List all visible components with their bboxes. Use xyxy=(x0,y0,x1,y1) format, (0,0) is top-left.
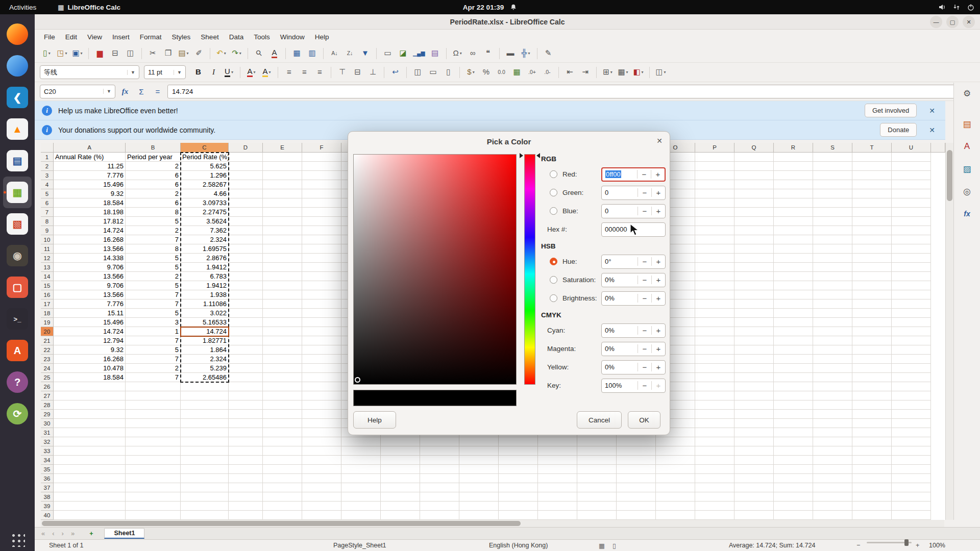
cell-M32[interactable] xyxy=(577,437,617,446)
cell-D29[interactable] xyxy=(229,410,263,419)
cell-R12[interactable] xyxy=(774,254,813,263)
cell-R26[interactable] xyxy=(774,382,813,391)
cell-I40[interactable] xyxy=(420,511,459,520)
cell-Q32[interactable] xyxy=(734,437,774,446)
cell-N33[interactable] xyxy=(617,446,656,456)
cell-Q10[interactable] xyxy=(734,235,774,244)
cell-C29[interactable] xyxy=(181,410,229,419)
zoom-out-button[interactable]: − xyxy=(856,542,860,549)
cell-C4[interactable]: 2.58267 xyxy=(181,180,229,189)
cell-C14[interactable]: 6.783 xyxy=(181,272,229,281)
center-vertically-button[interactable]: ⊟ xyxy=(351,65,364,79)
cell-U31[interactable] xyxy=(892,428,931,437)
cell-U23[interactable] xyxy=(892,355,931,364)
cell-S40[interactable] xyxy=(813,511,852,520)
cyan-decrement-button[interactable]: − xyxy=(638,326,651,335)
green-radio[interactable] xyxy=(550,189,557,196)
cell-R6[interactable] xyxy=(774,198,813,208)
insert-comment-button[interactable]: ❝ xyxy=(481,46,495,60)
selection-stats-label[interactable]: Average: 14.724; Sum: 14.724 xyxy=(729,542,815,549)
cell-F8[interactable] xyxy=(302,217,341,226)
cell-U22[interactable] xyxy=(892,345,931,355)
cell-P26[interactable] xyxy=(695,382,734,391)
cell-O38[interactable] xyxy=(656,492,695,502)
cell-P17[interactable] xyxy=(695,299,734,309)
cell-T19[interactable] xyxy=(852,318,892,327)
cell-T30[interactable] xyxy=(852,419,892,428)
green-field[interactable]: 0−+ xyxy=(601,186,666,200)
cell-A8[interactable]: 17.812 xyxy=(54,217,126,226)
yellow-increment-button[interactable]: + xyxy=(651,363,665,371)
hue-radio[interactable] xyxy=(550,258,557,265)
row-header-13[interactable]: 13 xyxy=(41,263,54,272)
cell-Q27[interactable] xyxy=(734,391,774,400)
cell-P10[interactable] xyxy=(695,235,734,244)
cell-B10[interactable]: 7 xyxy=(126,235,181,244)
cell-B40[interactable] xyxy=(126,511,181,520)
cell-P20[interactable] xyxy=(695,327,734,336)
red-radio[interactable] xyxy=(550,170,557,178)
cell-U2[interactable] xyxy=(892,162,931,171)
cell-A2[interactable]: 11.25 xyxy=(54,162,126,171)
cell-Q12[interactable] xyxy=(734,254,774,263)
sidebar-properties-icon[interactable]: ▤ xyxy=(960,116,975,132)
cell-A40[interactable] xyxy=(54,511,126,520)
cell-F4[interactable] xyxy=(302,180,341,189)
cell-U6[interactable] xyxy=(892,198,931,208)
cancel-button[interactable]: Cancel xyxy=(577,411,622,429)
cell-D30[interactable] xyxy=(229,419,263,428)
print-preview-button[interactable]: ◫ xyxy=(124,46,137,60)
dialog-close-icon[interactable]: ✕ xyxy=(656,137,663,145)
cell-Q40[interactable] xyxy=(734,511,774,520)
cell-J36[interactable] xyxy=(459,474,499,483)
cell-R36[interactable] xyxy=(774,474,813,483)
cell-A20[interactable]: 14.724 xyxy=(54,327,126,336)
cell-Q25[interactable] xyxy=(734,373,774,382)
donate-button[interactable]: Donate xyxy=(880,123,917,137)
delete-decimal-place-button[interactable]: .0- xyxy=(541,65,554,79)
cell-S13[interactable] xyxy=(813,263,852,272)
cell-T7[interactable] xyxy=(852,208,892,217)
cell-F16[interactable] xyxy=(302,290,341,299)
cell-I33[interactable] xyxy=(420,446,459,456)
cell-O39[interactable] xyxy=(656,502,695,511)
cell-B1[interactable]: Period per year xyxy=(126,153,181,162)
column-header-C[interactable]: C xyxy=(181,143,229,153)
cell-F39[interactable] xyxy=(302,502,341,511)
cell-E38[interactable] xyxy=(263,492,302,502)
cell-E36[interactable] xyxy=(263,474,302,483)
cell-R32[interactable] xyxy=(774,437,813,446)
row-header-1[interactable]: 1 xyxy=(41,153,54,162)
hue-decrement-button[interactable]: − xyxy=(638,257,651,266)
dock-software-updater[interactable]: ⟳ xyxy=(3,398,32,430)
key-increment-button[interactable]: + xyxy=(651,381,665,390)
cell-D5[interactable] xyxy=(229,189,263,198)
cell-T25[interactable] xyxy=(852,373,892,382)
cell-E34[interactable] xyxy=(263,456,302,465)
brightness-decrement-button[interactable]: − xyxy=(638,294,651,303)
menu-insert[interactable]: Insert xyxy=(107,31,135,43)
cell-S15[interactable] xyxy=(813,281,852,290)
row-header-26[interactable]: 26 xyxy=(41,382,54,391)
cell-Q8[interactable] xyxy=(734,217,774,226)
cell-F21[interactable] xyxy=(302,336,341,345)
cell-M35[interactable] xyxy=(577,465,617,474)
cell-F14[interactable] xyxy=(302,272,341,281)
cell-T39[interactable] xyxy=(852,502,892,511)
hue-increment-button[interactable]: + xyxy=(651,257,665,266)
cell-D20[interactable] xyxy=(229,327,263,336)
cell-N36[interactable] xyxy=(617,474,656,483)
cell-E22[interactable] xyxy=(263,345,302,355)
cell-H36[interactable] xyxy=(381,474,420,483)
cell-E8[interactable] xyxy=(263,217,302,226)
cell-B24[interactable]: 2 xyxy=(126,364,181,373)
brightness-radio[interactable] xyxy=(550,294,557,302)
cell-C19[interactable]: 5.16533 xyxy=(181,318,229,327)
cell-Q20[interactable] xyxy=(734,327,774,336)
sidebar-functions-icon[interactable]: fx xyxy=(960,206,975,221)
cell-L35[interactable] xyxy=(538,465,577,474)
cell-F9[interactable] xyxy=(302,226,341,235)
cell-F35[interactable] xyxy=(302,465,341,474)
cell-F11[interactable] xyxy=(302,244,341,254)
cell-B37[interactable] xyxy=(126,483,181,492)
